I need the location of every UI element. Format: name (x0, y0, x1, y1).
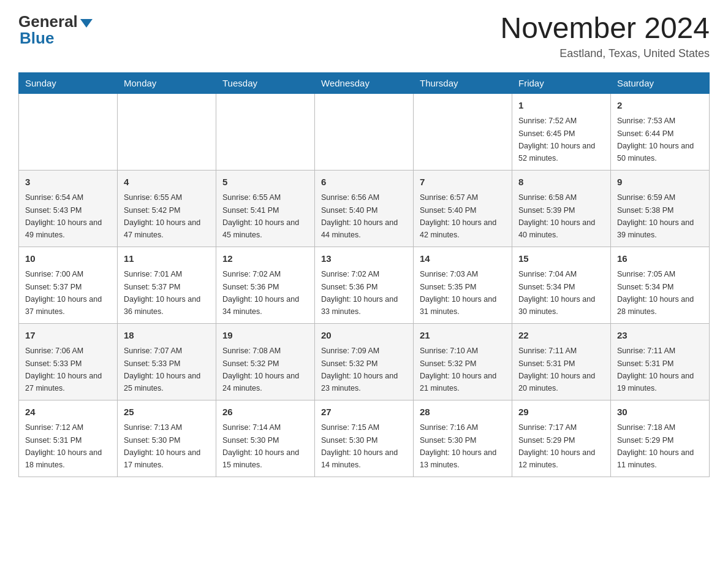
weekday-header-sunday: Sunday (19, 72, 118, 93)
location-text: Eastland, Texas, United States (500, 47, 710, 60)
day-info: Sunrise: 7:07 AM Sunset: 5:33 PM Dayligh… (124, 347, 200, 393)
day-number: 14 (420, 252, 506, 266)
day-info: Sunrise: 7:15 AM Sunset: 5:30 PM Dayligh… (321, 423, 398, 469)
calendar-cell: 18Sunrise: 7:07 AM Sunset: 5:33 PM Dayli… (118, 323, 216, 400)
day-info: Sunrise: 7:12 AM Sunset: 5:31 PM Dayligh… (25, 423, 102, 469)
day-info: Sunrise: 7:04 AM Sunset: 5:34 PM Dayligh… (518, 270, 595, 316)
calendar-cell: 13Sunrise: 7:02 AM Sunset: 5:36 PM Dayli… (315, 247, 414, 323)
calendar-cell: 16Sunrise: 7:05 AM Sunset: 5:34 PM Dayli… (611, 247, 710, 323)
day-info: Sunrise: 7:10 AM Sunset: 5:32 PM Dayligh… (420, 347, 496, 393)
calendar-cell: 15Sunrise: 7:04 AM Sunset: 5:34 PM Dayli… (512, 247, 611, 323)
day-number: 16 (617, 252, 703, 266)
calendar-cell: 28Sunrise: 7:16 AM Sunset: 5:30 PM Dayli… (414, 400, 512, 477)
calendar-cell: 25Sunrise: 7:13 AM Sunset: 5:30 PM Dayli… (118, 400, 216, 477)
day-info: Sunrise: 7:05 AM Sunset: 5:34 PM Dayligh… (617, 270, 694, 316)
calendar-cell: 23Sunrise: 7:11 AM Sunset: 5:31 PM Dayli… (611, 323, 710, 400)
day-info: Sunrise: 6:55 AM Sunset: 5:41 PM Dayligh… (222, 193, 299, 239)
day-info: Sunrise: 7:01 AM Sunset: 5:37 PM Dayligh… (124, 270, 200, 316)
day-number: 30 (617, 405, 703, 419)
day-number: 29 (518, 405, 604, 419)
calendar-cell: 20Sunrise: 7:09 AM Sunset: 5:32 PM Dayli… (315, 323, 414, 400)
calendar-cell: 26Sunrise: 7:14 AM Sunset: 5:30 PM Dayli… (216, 400, 315, 477)
day-number: 13 (321, 252, 407, 266)
calendar-cell: 6Sunrise: 6:56 AM Sunset: 5:40 PM Daylig… (315, 170, 414, 247)
calendar-cell (19, 93, 118, 170)
calendar-week-row: 10Sunrise: 7:00 AM Sunset: 5:37 PM Dayli… (19, 247, 710, 323)
day-number: 24 (25, 405, 111, 419)
day-info: Sunrise: 7:02 AM Sunset: 5:36 PM Dayligh… (321, 270, 398, 316)
calendar-cell: 12Sunrise: 7:02 AM Sunset: 5:36 PM Dayli… (216, 247, 315, 323)
day-info: Sunrise: 6:54 AM Sunset: 5:43 PM Dayligh… (25, 193, 102, 239)
day-number: 6 (321, 175, 407, 190)
calendar-cell: 29Sunrise: 7:17 AM Sunset: 5:29 PM Dayli… (512, 400, 611, 477)
calendar-cell: 1Sunrise: 7:52 AM Sunset: 6:45 PM Daylig… (512, 93, 611, 170)
calendar-cell: 19Sunrise: 7:08 AM Sunset: 5:32 PM Dayli… (216, 323, 315, 400)
day-info: Sunrise: 6:55 AM Sunset: 5:42 PM Dayligh… (124, 193, 200, 239)
calendar-cell: 14Sunrise: 7:03 AM Sunset: 5:35 PM Dayli… (414, 247, 512, 323)
day-info: Sunrise: 7:17 AM Sunset: 5:29 PM Dayligh… (518, 423, 595, 469)
weekday-header-thursday: Thursday (414, 72, 512, 93)
weekday-header-tuesday: Tuesday (216, 72, 315, 93)
calendar-cell: 11Sunrise: 7:01 AM Sunset: 5:37 PM Dayli… (118, 247, 216, 323)
day-info: Sunrise: 7:16 AM Sunset: 5:30 PM Dayligh… (420, 423, 496, 469)
day-number: 27 (321, 405, 407, 419)
calendar-cell: 10Sunrise: 7:00 AM Sunset: 5:37 PM Dayli… (19, 247, 118, 323)
day-info: Sunrise: 7:03 AM Sunset: 5:35 PM Dayligh… (420, 270, 496, 316)
calendar-cell: 3Sunrise: 6:54 AM Sunset: 5:43 PM Daylig… (19, 170, 118, 247)
weekday-header-wednesday: Wednesday (315, 72, 414, 93)
day-number: 4 (124, 175, 210, 190)
calendar-cell (216, 93, 315, 170)
day-number: 17 (25, 329, 111, 343)
calendar-week-row: 24Sunrise: 7:12 AM Sunset: 5:31 PM Dayli… (19, 400, 710, 477)
day-number: 12 (222, 252, 308, 266)
calendar-cell: 8Sunrise: 6:58 AM Sunset: 5:39 PM Daylig… (512, 170, 611, 247)
logo-arrow-icon (80, 19, 93, 28)
calendar-cell: 4Sunrise: 6:55 AM Sunset: 5:42 PM Daylig… (118, 170, 216, 247)
day-number: 1 (518, 99, 604, 113)
logo: General Blue (18, 12, 93, 48)
day-number: 18 (124, 329, 210, 343)
day-number: 26 (222, 405, 308, 419)
day-info: Sunrise: 7:08 AM Sunset: 5:32 PM Dayligh… (222, 347, 299, 393)
day-number: 22 (518, 329, 604, 343)
month-title: November 2024 (500, 12, 710, 45)
day-number: 3 (25, 175, 111, 190)
page-header: General Blue November 2024 Eastland, Tex… (18, 12, 710, 60)
day-info: Sunrise: 7:09 AM Sunset: 5:32 PM Dayligh… (321, 347, 398, 393)
calendar-cell: 24Sunrise: 7:12 AM Sunset: 5:31 PM Dayli… (19, 400, 118, 477)
day-number: 9 (617, 175, 703, 190)
day-number: 23 (617, 329, 703, 343)
day-info: Sunrise: 6:59 AM Sunset: 5:38 PM Dayligh… (617, 193, 694, 239)
calendar-table: SundayMondayTuesdayWednesdayThursdayFrid… (18, 72, 710, 477)
weekday-header-monday: Monday (118, 72, 216, 93)
day-number: 28 (420, 405, 506, 419)
calendar-cell (315, 93, 414, 170)
calendar-week-row: 3Sunrise: 6:54 AM Sunset: 5:43 PM Daylig… (19, 170, 710, 247)
calendar-week-row: 1Sunrise: 7:52 AM Sunset: 6:45 PM Daylig… (19, 93, 710, 170)
day-info: Sunrise: 7:13 AM Sunset: 5:30 PM Dayligh… (124, 423, 200, 469)
weekday-header-friday: Friday (512, 72, 611, 93)
day-info: Sunrise: 7:00 AM Sunset: 5:37 PM Dayligh… (25, 270, 102, 316)
calendar-cell: 9Sunrise: 6:59 AM Sunset: 5:38 PM Daylig… (611, 170, 710, 247)
calendar-cell: 2Sunrise: 7:53 AM Sunset: 6:44 PM Daylig… (611, 93, 710, 170)
day-info: Sunrise: 7:14 AM Sunset: 5:30 PM Dayligh… (222, 423, 299, 469)
day-info: Sunrise: 7:06 AM Sunset: 5:33 PM Dayligh… (25, 347, 102, 393)
day-number: 11 (124, 252, 210, 266)
calendar-cell: 17Sunrise: 7:06 AM Sunset: 5:33 PM Dayli… (19, 323, 118, 400)
day-number: 15 (518, 252, 604, 266)
calendar-cell: 5Sunrise: 6:55 AM Sunset: 5:41 PM Daylig… (216, 170, 315, 247)
day-info: Sunrise: 6:57 AM Sunset: 5:40 PM Dayligh… (420, 193, 496, 239)
day-number: 8 (518, 175, 604, 190)
calendar-cell (118, 93, 216, 170)
weekday-header-saturday: Saturday (611, 72, 710, 93)
title-section: November 2024 Eastland, Texas, United St… (500, 12, 710, 60)
day-info: Sunrise: 7:18 AM Sunset: 5:29 PM Dayligh… (617, 423, 694, 469)
logo-blue-text: Blue (18, 29, 54, 48)
day-info: Sunrise: 6:56 AM Sunset: 5:40 PM Dayligh… (321, 193, 398, 239)
day-info: Sunrise: 6:58 AM Sunset: 5:39 PM Dayligh… (518, 193, 595, 239)
day-number: 7 (420, 175, 506, 190)
day-number: 2 (617, 99, 703, 113)
day-number: 25 (124, 405, 210, 419)
day-number: 19 (222, 329, 308, 343)
calendar-cell: 30Sunrise: 7:18 AM Sunset: 5:29 PM Dayli… (611, 400, 710, 477)
